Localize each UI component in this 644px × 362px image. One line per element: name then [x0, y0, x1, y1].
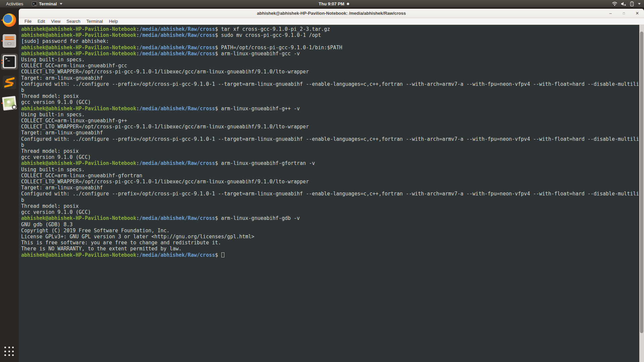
terminal-line: Copyright (C) 2019 Free Software Foundat… [21, 228, 639, 234]
terminal-line: abhishek@abhishek-HP-Pavilion-Notebook:/… [21, 252, 639, 258]
terminal-line: abhishek@abhishek-HP-Pavilion-Notebook:/… [21, 160, 639, 166]
terminal-line: COLLECT_LTO_WRAPPER=/opt/cross-pi-gcc-9.… [21, 69, 639, 75]
terminal-line: License GPLv3+: GNU GPL version 3 or lat… [21, 234, 639, 240]
terminal-line: abhishek@abhishek-HP-Pavilion-Notebook:/… [21, 215, 639, 221]
firefox-icon [3, 13, 16, 27]
prompt-path: /media/abhishek/Raw/cross [139, 252, 215, 258]
system-status-area[interactable] [612, 0, 641, 7]
prompt-user-host: abhishek@abhishek-HP-Pavilion-Notebook [21, 160, 136, 166]
scrollbar-track[interactable] [639, 25, 644, 362]
terminal-line: COLLECT_GCC=arm-linux-gnueabihf-gcc [21, 63, 639, 69]
window-title: abhishek@abhishek-HP-Pavilion-Notebook: … [257, 11, 406, 16]
terminal-line: COLLECT_LTO_WRAPPER=/opt/cross-pi-gcc-9.… [21, 179, 639, 185]
scrollbar-thumb[interactable] [640, 32, 643, 333]
terminal-line: abhishek@abhishek-HP-Pavilion-Notebook:/… [21, 26, 639, 32]
terminal-line: gcc version 9.1.0 (GCC) [21, 154, 639, 160]
terminal-line: Using built-in specs. [21, 57, 639, 63]
menu-item-view[interactable]: View [48, 19, 63, 24]
battery-charging-icon [630, 1, 634, 6]
menu-item-file[interactable]: File [21, 19, 35, 24]
terminal-line: b [21, 142, 639, 148]
activities-button[interactable]: Activities [6, 1, 23, 6]
terminal-line: Thread model: posix [21, 203, 639, 209]
show-applications-icon[interactable] [4, 347, 14, 357]
clock-label: Thu 9:07 PM [319, 1, 344, 6]
terminal-window: abhishek@abhishek-HP-Pavilion-Notebook: … [19, 9, 644, 362]
terminal-line: Configured with: ../configure --prefix=/… [21, 191, 639, 197]
close-button[interactable]: ✕ [635, 11, 640, 16]
prompt-user-host: abhishek@abhishek-HP-Pavilion-Notebook [21, 51, 136, 57]
prompt-user-host: abhishek@abhishek-HP-Pavilion-Notebook [21, 215, 136, 221]
prompt-path: /media/abhishek/Raw/cross [139, 26, 215, 32]
prompt-user-host: abhishek@abhishek-HP-Pavilion-Notebook [21, 26, 136, 32]
wifi-icon [612, 2, 618, 6]
terminal-line: abhishek@abhishek-HP-Pavilion-Notebook:/… [21, 51, 639, 57]
prompt-user-host: abhishek@abhishek-HP-Pavilion-Notebook [21, 32, 136, 38]
terminal-line: Using built-in specs. [21, 112, 639, 118]
terminal-line: abhishek@abhishek-HP-Pavilion-Notebook:/… [21, 106, 639, 112]
menu-item-help[interactable]: Help [106, 19, 121, 24]
terminal-line: Target: arm-linux-gnueabihf [21, 130, 639, 136]
terminal-line: b [21, 87, 639, 93]
terminal-line: This is free software: you are free to c… [21, 240, 639, 246]
terminal-line: There is NO WARRANTY, to the extent perm… [21, 246, 639, 252]
terminal-app-icon: >_ [32, 2, 37, 6]
prompt-path: /media/abhishek/Raw/cross [139, 32, 215, 38]
terminal-screen[interactable]: abhishek@abhishek-HP-Pavilion-Notebook:/… [19, 25, 644, 362]
prompt-path: /media/abhishek/Raw/cross [139, 215, 215, 221]
terminal-line: COLLECT_GCC=arm-linux-gnueabihf-gfortran [21, 173, 639, 179]
dock-item-files[interactable] [1, 33, 18, 49]
terminal-line: abhishek@abhishek-HP-Pavilion-Notebook:/… [21, 45, 639, 51]
files-icon [3, 34, 16, 48]
terminal-line: COLLECT_LTO_WRAPPER=/opt/cross-pi-gcc-9.… [21, 124, 639, 130]
terminal-line: Target: arm-linux-gnueabihf [21, 75, 639, 81]
terminal-line: Using built-in specs. [21, 167, 639, 173]
chevron-down-icon [60, 3, 62, 5]
minimize-button[interactable]: – [608, 11, 613, 16]
volume-muted-icon [621, 2, 627, 6]
terminal-line: Thread model: posix [21, 148, 639, 154]
prompt-path: /media/abhishek/Raw/cross [139, 160, 215, 166]
image-viewer-icon [2, 96, 17, 111]
terminal-line: Target: arm-linux-gnueabihf [21, 185, 639, 191]
sublime-text-icon [3, 76, 16, 89]
terminal-line: Thread model: posix [21, 93, 639, 99]
terminal-line: b [21, 197, 639, 203]
focused-app-menu[interactable]: >_ Terminal [32, 1, 62, 6]
prompt-user-host: abhishek@abhishek-HP-Pavilion-Notebook [21, 252, 136, 258]
terminal-line: Configured with: ../configure --prefix=/… [21, 136, 639, 142]
prompt-path: /media/abhishek/Raw/cross [139, 45, 215, 51]
terminal-cursor [221, 252, 224, 257]
menu-bar: FileEditViewSearchTerminalHelp [19, 18, 644, 25]
dock-item-image-viewer[interactable] [1, 95, 18, 111]
window-titlebar[interactable]: abhishek@abhishek-HP-Pavilion-Notebook: … [19, 9, 644, 18]
notification-dot-icon [347, 3, 349, 5]
dock-item-firefox[interactable] [1, 12, 18, 28]
prompt-path: /media/abhishek/Raw/cross [139, 106, 215, 112]
focused-app-label: Terminal [39, 1, 57, 6]
dock-item-sublime-text[interactable] [1, 74, 18, 90]
terminal-icon: >_ [3, 55, 16, 68]
menu-item-terminal[interactable]: Terminal [84, 19, 106, 24]
maximize-button[interactable]: □ [621, 11, 627, 16]
terminal-line: GNU gdb (GDB) 8.3 [21, 222, 639, 228]
terminal-line: COLLECT_GCC=arm-linux-gnueabihf-g++ [21, 118, 639, 124]
menu-item-edit[interactable]: Edit [35, 19, 48, 24]
clock-button[interactable]: Thu 9:07 PM [319, 0, 349, 7]
terminal-line: gcc version 9.1.0 (GCC) [21, 99, 639, 105]
dock-item-terminal[interactable]: >_ [1, 54, 18, 70]
top-bar: Activities >_ Terminal Thu 9:07 PM [0, 0, 644, 7]
dock: >_ [0, 7, 19, 362]
prompt-user-host: abhishek@abhishek-HP-Pavilion-Notebook [21, 45, 136, 51]
terminal-line: abhishek@abhishek-HP-Pavilion-Notebook:/… [21, 32, 639, 38]
prompt-path: /media/abhishek/Raw/cross [139, 51, 215, 57]
prompt-user-host: abhishek@abhishek-HP-Pavilion-Notebook [21, 106, 136, 112]
terminal-line: Configured with: ../configure --prefix=/… [21, 81, 639, 87]
menu-item-search[interactable]: Search [63, 19, 83, 24]
terminal-line: [sudo] password for abhishek: [21, 38, 639, 44]
terminal-line: gcc version 9.1.0 (GCC) [21, 209, 639, 215]
system-menu-caret-icon [638, 3, 641, 5]
